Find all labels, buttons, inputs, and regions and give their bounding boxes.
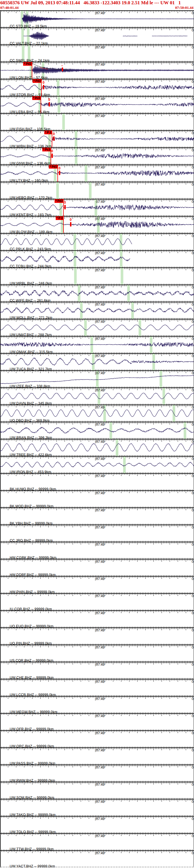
trace-row[interactable]: UW.TTW.BHZ -- 99999.0km07:490 [0, 833, 194, 850]
amp-pick-zero-label[interactable]: 0 [70, 218, 72, 221]
trace-row[interactable]: UW.YACT.BHZ -- 99999.0km07:490 [0, 850, 194, 867]
amplitude-zero-label: 0 [192, 525, 194, 529]
trace-row[interactable]: UW.LON.BHZ -- 57.6km07:490* Pd2- [0, 62, 194, 79]
trace-row[interactable]: UW.MRBL.BHZ -- 246.0km07:490 [0, 268, 194, 285]
trace-row[interactable]: UW.DAVN.BHZ -- 345.8km07:490 [0, 388, 194, 405]
trace-row[interactable]: UW.TREE.BHZ -- 422.6km07:490 [0, 439, 194, 456]
window-start-time: 07:48:01.44 [0, 5, 19, 10]
minute-tick-label: 07:49 [96, 457, 104, 461]
trace-row[interactable]: UW.WIBH.BHZ -- 136.2km07:490* P 20 [0, 130, 194, 148]
trace-row[interactable]: CC.VALT.BHZ -- 22.1km07:490 [0, 27, 194, 44]
station-label: UW.TREE.BHZ -- 422.6km [10, 453, 52, 457]
amplitude-zero-label: 0 [192, 817, 194, 821]
trace-row[interactable]: UO.DBO.BHZ -- 369.9km07:490 [0, 405, 194, 422]
trace-row[interactable]: UW.LCCR.BHZ -- 99999.0km07:490 [0, 679, 194, 696]
station-label: IU.COR.BHZ -- 99999.0km [10, 607, 52, 611]
pick-flag[interactable]: * Pd2 [23, 62, 32, 66]
amp-pick-zero-label[interactable]: 0 [53, 132, 55, 136]
amp-pick-bar[interactable] [48, 102, 50, 106]
trace-row[interactable]: UW.TAKO.BHZ -- 99999.0km07:490 [0, 799, 194, 816]
pick-flag[interactable]: * Pd3 [55, 199, 63, 203]
station-label: UO.PIN.BHZ -- 99999.0km [10, 642, 52, 645]
trace-row[interactable]: UW.PASS.BHZ -- 99999.0km07:490 [0, 747, 194, 765]
trace-row[interactable]: CC.TCBU.BHZ -- 244.0km07:490 [0, 250, 194, 268]
station-label: CC.PRLK.BHZ -- 243.5km [10, 247, 51, 251]
trace-row[interactable]: BK.YBH.BHZ -- 99999.0km07:490 [0, 507, 194, 525]
station-label: UW.ORC.BHZ -- 99999.0km [10, 744, 54, 748]
waveform-path [0, 205, 63, 210]
trace-row[interactable]: UW.CHE.BHZ -- 99999.0km07:490 [0, 662, 194, 679]
amp-pick-zero-label[interactable]: 0 [42, 81, 44, 84]
pick-flag[interactable]: * Pc0 [32, 96, 41, 100]
trace-row[interactable]: CC.WIFE.BHZ -- 261.6km07:490 [0, 285, 194, 302]
amp-pick-bar[interactable] [53, 136, 55, 141]
coda-marker-bar[interactable] [62, 67, 63, 71]
trace-row[interactable]: HW.DDRF.BHZ -- 99999.0km07:490 [0, 559, 194, 576]
amp-pick-zero-label[interactable]: 0 [48, 98, 50, 101]
trace-row[interactable]: UW.UMAT.BHZ -- 288.7km07:490 [0, 319, 194, 336]
amp-pick-bar[interactable] [64, 205, 66, 210]
amp-pick-bar[interactable] [43, 85, 44, 89]
trace-row[interactable]: UW.FISH.BHZ -- 106.5km07:490 [0, 113, 194, 130]
trace-row[interactable]: UW.BLOW.BHZ -- 189.4km07:490* P 30 [0, 216, 194, 233]
trace-row[interactable]: CC.PRLK.BHZ -- 243.5km07:490 [0, 233, 194, 250]
coda-duration-marker[interactable]: - [61, 64, 63, 67]
arrival-band-s [163, 388, 165, 405]
amplitude-zero-label: 0 [192, 680, 194, 684]
amp-pick-bar[interactable] [52, 153, 53, 158]
trace-row[interactable]: UW.OFR.BHZ -- 99999.0km07:490 [0, 713, 194, 730]
trace-row[interactable]: UW.WOLL.BHZ -- 271.2km07:490 [0, 302, 194, 319]
waveform-path [152, 36, 187, 36]
trace-row[interactable]: UW.TOLO.BHZ -- 99999.0km07:490 [0, 816, 194, 833]
trace-row[interactable]: US.COR.BHZ -- 99999.0km07:490 [0, 645, 194, 662]
trace-row[interactable]: HW.CGRK.BHZ -- 99999.0km07:490 [0, 542, 194, 559]
pick-flag[interactable]: * Pc3 [42, 148, 51, 151]
amp-pick-bar[interactable] [70, 222, 71, 226]
trace-row[interactable]: CC.SWFL.BHZ -- 24.1km07:490 [0, 44, 194, 62]
arrival-band-p [74, 268, 76, 285]
trace-row[interactable]: UW.KENT.BHZ -- 183.7km07:490* Pd30 [0, 199, 194, 216]
pick-flag[interactable]: * Pd3 [33, 79, 41, 83]
trace-row[interactable]: UW.TUCA.BHZ -- 321.7km07:490 [0, 353, 194, 370]
amp-pick-bar[interactable] [59, 170, 60, 175]
trace-row[interactable]: UW.IRON.BHZ -- 453.9km07:490 [0, 456, 194, 473]
trace-row[interactable]: UW.RWW.BHZ -- 99999.0km07:490 [0, 765, 194, 782]
trace-row[interactable]: UW.SQM.BHZ -- 99999.0km07:490 [0, 782, 194, 799]
amp-pick-zero-label[interactable]: 0 [59, 166, 61, 170]
minute-tick-label: 07:49 [96, 474, 104, 478]
trace-row[interactable]: UW.OMAK.BHZ -- 315.5km07:490 [0, 336, 194, 353]
trace-row[interactable]: CC.STD.BHZ -- 19.5km07:490 [0, 10, 194, 27]
trace-row[interactable]: UW.GNW.BHZ -- 136.4km07:490* Pc30 [0, 148, 194, 164]
trace-row[interactable]: UO.EUO.BHZ -- 99999.0km07:490 [0, 610, 194, 627]
trace-row[interactable]: UW.LTY.BHZ -- 160.0km07:490* Pd10 [0, 164, 194, 182]
trace-row[interactable]: HW.PHIN.BHZ -- 99999.0km07:490 [0, 576, 194, 593]
station-label: UW.BRAN.BHZ -- 396.3km [10, 436, 52, 440]
trace-row[interactable]: BK.HUMO.BHZ -- 99999.0km07:490 [0, 473, 194, 490]
trace-row[interactable]: CC.JRO.BHZ -- 99999.0km07:490 [0, 525, 194, 542]
minute-tick-label: 07:49 [96, 525, 104, 529]
trace-row[interactable]: BK.MOD.BHZ -- 99999.0km07:490 [0, 490, 194, 507]
station-label: UW.CHE.BHZ -- 99999.0km [10, 676, 54, 680]
trace-row[interactable]: UW.BRAN.BHZ -- 396.3km07:490 [0, 422, 194, 439]
pick-flag[interactable]: * Pd1 [49, 165, 58, 168]
waveform-path [0, 427, 194, 433]
event-header: 60550376 UW Jul 09, 2013 07:48:11.44 46.… [0, 0, 194, 5]
amp-pick-zero-label[interactable]: 0 [51, 149, 53, 153]
trace-row[interactable]: UW.IZEE.BHZ -- 338.8km07:490 [0, 370, 194, 388]
minute-tick-label: 07:49 [96, 114, 104, 118]
waveform-path [0, 85, 41, 90]
amp-pick-zero-label[interactable]: 0 [64, 201, 66, 204]
trace-row[interactable]: UW.MEGW.BHZ -- 99999.0km07:490 [0, 696, 194, 713]
trace-row[interactable]: UW.ORC.BHZ -- 99999.0km07:490 [0, 730, 194, 747]
trace-row[interactable]: UW.LEBA.BHZ -- 95.4km07:490* Pc00 [0, 96, 194, 113]
trace-row[interactable]: UW.HEBO.BHZ -- 170.2km07:490 [0, 182, 194, 199]
minute-tick-label: 07:49 [96, 577, 104, 581]
pick-flag[interactable]: * P 2 [44, 131, 52, 134]
amplitude-zero-label: 0 [192, 337, 194, 341]
waveform-path [0, 342, 194, 347]
trace-row[interactable]: UO.PIN.BHZ -- 99999.0km07:490 [0, 627, 194, 645]
trace-row[interactable]: IU.COR.BHZ -- 99999.0km07:490 [0, 593, 194, 610]
trace-row[interactable]: UW.STOR.BHZ -- 93.4km07:490* Pd30 [0, 79, 194, 96]
pick-flag[interactable]: * P 3 [56, 216, 64, 220]
waveform-path [52, 137, 194, 141]
